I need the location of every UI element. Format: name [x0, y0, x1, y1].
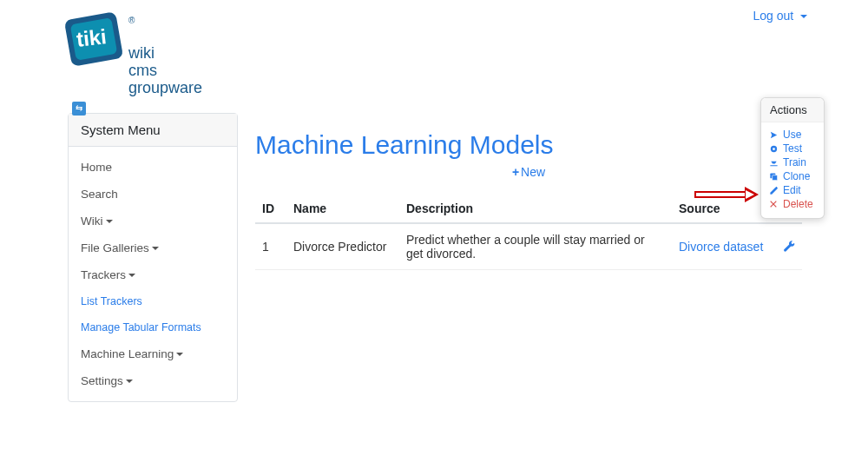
- circle-icon: [768, 144, 779, 154]
- plus-icon: +: [512, 165, 519, 179]
- table-row: 1 Divorce Predictor Predict whether a co…: [255, 223, 802, 270]
- clone-icon: [768, 172, 779, 182]
- chevron-down-icon: [176, 353, 183, 356]
- new-model-button[interactable]: +New: [255, 165, 802, 179]
- col-id: ID: [255, 195, 286, 223]
- models-table: ID Name Description Source 1 Divorce Pre…: [255, 195, 802, 270]
- cell-name: Divorce Predictor: [286, 223, 399, 270]
- sidebar-item-search[interactable]: Search: [69, 181, 237, 208]
- popover-title: Actions: [761, 98, 824, 122]
- action-train[interactable]: Train: [768, 155, 817, 169]
- action-delete[interactable]: Delete: [768, 197, 817, 211]
- logout-label: Log out: [753, 9, 793, 23]
- main-content: Machine Learning Models +New ID Name Des…: [255, 130, 802, 270]
- sidebar-item-list-trackers[interactable]: List Trackers: [69, 288, 237, 314]
- page-title: Machine Learning Models: [255, 130, 802, 160]
- col-name: Name: [286, 195, 399, 223]
- sidebar-body: Home Search Wiki File Galleries Trackers…: [69, 147, 237, 401]
- svg-point-1: [773, 148, 775, 150]
- cell-source: Divorce dataset: [672, 223, 776, 270]
- chevron-down-icon: [128, 274, 135, 277]
- wrench-icon[interactable]: [783, 241, 795, 253]
- chevron-down-icon: [800, 15, 807, 18]
- sidebar-toggle-icon[interactable]: ⇆: [72, 102, 86, 116]
- sidebar-item-manage-tabular[interactable]: Manage Tabular Formats: [69, 314, 237, 340]
- sidebar-item-wiki[interactable]: Wiki: [69, 208, 237, 234]
- action-use[interactable]: Use: [768, 128, 817, 142]
- action-clone[interactable]: Clone: [768, 169, 817, 183]
- cell-actions: [776, 223, 802, 270]
- cell-description: Predict whether a couple will stay marri…: [399, 223, 672, 270]
- cell-id: 1: [255, 223, 286, 270]
- edit-icon: [768, 186, 779, 195]
- sidebar-item-file-galleries[interactable]: File Galleries: [69, 234, 237, 261]
- actions-popover: Actions Use Test Train Clone Edit Delete: [760, 97, 825, 219]
- action-test[interactable]: Test: [768, 142, 817, 155]
- svg-rect-3: [772, 175, 777, 180]
- action-edit[interactable]: Edit: [768, 183, 817, 197]
- source-link[interactable]: Divorce dataset: [679, 240, 763, 254]
- logout-dropdown[interactable]: Log out: [753, 9, 807, 23]
- sidebar-item-home[interactable]: Home: [69, 154, 237, 181]
- sidebar-item-trackers[interactable]: Trackers: [69, 261, 237, 288]
- logo-registered: ®: [128, 16, 135, 25]
- chevron-down-icon: [106, 220, 113, 223]
- x-icon: [768, 200, 779, 208]
- logo-text: tiki: [76, 24, 108, 51]
- chevron-down-icon: [126, 380, 133, 383]
- logo[interactable]: tiki ® wiki cms groupware: [68, 10, 224, 97]
- chevron-down-icon: [152, 247, 159, 250]
- table-header-row: ID Name Description Source: [255, 195, 802, 223]
- logo-subtext: wiki cms groupware: [128, 45, 202, 96]
- train-icon: [768, 158, 779, 168]
- sidebar-item-machine-learning[interactable]: Machine Learning: [69, 340, 237, 367]
- col-description: Description: [399, 195, 672, 223]
- arrow-icon: [768, 130, 779, 140]
- sidebar-item-settings[interactable]: Settings: [69, 367, 237, 394]
- sidebar-title: System Menu: [69, 114, 237, 147]
- sidebar: ⇆ System Menu Home Search Wiki File Gall…: [68, 113, 238, 402]
